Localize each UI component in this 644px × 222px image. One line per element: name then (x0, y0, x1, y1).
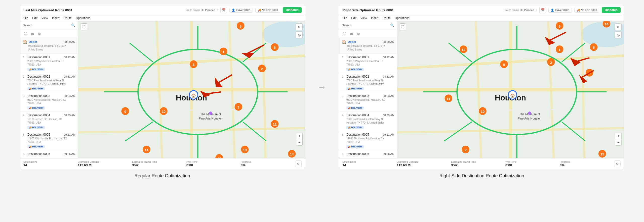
panel-left-title: Last Mile Optimized Route 0001 (23, 8, 183, 12)
calendar-btn-left[interactable]: 📅 (220, 7, 227, 13)
caption-row: Regular Route Optimization Right-Side De… (20, 173, 624, 179)
stop-time-4-right: 08:59 AM (383, 114, 394, 117)
stop-6-left[interactable]: 6 Destination 0005 09:26 AM (20, 150, 78, 158)
menu-view-right[interactable]: View (360, 16, 367, 20)
status-chevron-left[interactable]: ▾ (217, 9, 218, 11)
status-dot-right (520, 9, 522, 11)
driver-badge-right[interactable]: 👤 Driver 0001 (548, 8, 572, 13)
delivery-badge-1-left: 🚚 DELIVERY (27, 68, 45, 71)
search-icon-left: 🔍 (71, 23, 75, 27)
stop-2-right[interactable]: 2 Destination 0002 08:31 AM 7600 East Sa… (339, 73, 397, 92)
stop-4-left[interactable]: 4 Destination 0004 08:59 AM 10196 Jensen… (20, 112, 78, 131)
driver-label-right: Driver 0001 (555, 9, 570, 12)
map-expand-btn-left[interactable]: ⛶ (80, 23, 87, 30)
menu-file-right[interactable]: File (342, 16, 347, 20)
stat-prog-value-right: 0% (560, 163, 565, 167)
svg-text:14: 14 (290, 152, 294, 156)
stop-time-3-right: 08:53 AM (383, 94, 394, 97)
calendar-btn-right[interactable]: 📅 (539, 7, 546, 13)
dispatch-btn-left[interactable]: Dispatch (283, 7, 302, 13)
menu-file-left[interactable]: File (23, 16, 28, 20)
zoom-out-btn-left[interactable]: − (296, 139, 303, 146)
search-bar-left: 🔍 (20, 21, 78, 30)
stat-dist-label-left: Estimated Distance (78, 160, 99, 163)
menu-view-left[interactable]: View (42, 16, 48, 20)
stop-3-right[interactable]: 3 Destination 0003 08:53 AM 9830 Homeste… (339, 92, 397, 112)
svg-text:🏠: 🏠 (510, 93, 515, 98)
stop-2-left[interactable]: 2 Destination 0002 08:31 AM 7600 East Sa… (20, 73, 78, 92)
search-input-right[interactable] (342, 24, 389, 27)
driver-badge-left[interactable]: 👤 Driver 0001 (229, 8, 253, 13)
zoom-in-btn-left[interactable]: + (296, 133, 303, 139)
menu-operations-left[interactable]: Operations (76, 16, 91, 20)
vehicle-label-left: Vehicle 0001 (262, 9, 278, 12)
stats-settings-btn-left[interactable]: ⚙ (295, 160, 302, 167)
menu-insert-right[interactable]: Insert (371, 16, 379, 20)
map-zoom-group-left: + − (296, 133, 303, 146)
dispatch-btn-right[interactable]: Dispatch (602, 7, 621, 13)
panel-right: Right Side Optimized Route 0001 Route St… (339, 5, 624, 169)
stat-dest-label-right: Destinations (342, 160, 356, 163)
menu-insert-left[interactable]: Insert (52, 16, 60, 20)
stop-1-right[interactable]: 1 Destination 0001 08:12 AM 2802 N Waysi… (339, 54, 397, 73)
depot-address-left: 1000 Main St, Houston, TX 77002,United S… (28, 44, 75, 51)
layers-btn-left[interactable]: ⊞ (29, 31, 35, 37)
stop-time-2-right: 08:31 AM (383, 75, 394, 78)
vehicle-badge-right[interactable]: 🚚 Vehicle 0001 (574, 8, 599, 13)
map-area-left[interactable]: Houston The Museum of Fine Arts Houston … (78, 21, 305, 158)
delivery-badge-4-left: 🚚 DELIVERY (27, 126, 45, 129)
map-location-btn-right[interactable]: ◎ (615, 31, 622, 38)
map-toolbar-left: ⚙ ◎ (296, 23, 303, 38)
stop-num-1-right: 1 (342, 56, 345, 59)
stop-4-right[interactable]: 4 Destination 0004 08:59 AM 7600 East Sa… (339, 112, 397, 131)
menu-edit-right[interactable]: Edit (351, 16, 356, 20)
vehicle-badge-left[interactable]: 🚚 Vehicle 0001 (255, 8, 280, 13)
stat-dist-value-left: 112.63 Mi (78, 163, 92, 167)
search-input-left[interactable] (23, 24, 70, 27)
stop-3-left[interactable]: 3 Destination 0003 08:53 AM 9830 Homeste… (20, 92, 78, 112)
stop-5-left[interactable]: 5 Destination 0005 09:11 AM 14905 Old Hu… (20, 131, 78, 150)
vehicle-icon-right: 🚚 (577, 9, 580, 12)
location-btn-left[interactable]: ◎ (36, 31, 43, 37)
stop-num-2-left: 2 (23, 75, 26, 78)
search-bar-right: 🔍 (339, 21, 397, 30)
stop-time-6-left: 09:26 AM (64, 152, 75, 155)
depot-left: 🏠 Depot 08:00 AM 1000 Main St, Houston, … (20, 38, 78, 54)
zoom-out-btn-right[interactable]: − (615, 139, 622, 146)
map-expand-btn-right[interactable]: ⛶ (399, 23, 406, 30)
svg-text:12: 12 (217, 157, 221, 158)
menu-route-right[interactable]: Route (383, 16, 391, 20)
zoom-in-btn-right[interactable]: + (615, 133, 622, 139)
status-chevron-right[interactable]: ▾ (536, 9, 537, 11)
panel-right-title: Right Side Optimized Route 0001 (342, 8, 502, 12)
menu-edit-left[interactable]: Edit (32, 16, 37, 20)
layers-btn-right[interactable]: ⊞ (348, 31, 354, 37)
depot-icon-left: 🏠 (23, 40, 27, 44)
stop-1-left[interactable]: 1 Destination 0001 08:12 AM 2802 N Waysi… (20, 54, 78, 73)
delivery-badge-5-right: 🚚 DELIVERY (346, 145, 364, 148)
stat-wait-value-left: 0:00 (186, 163, 193, 167)
menu-operations-right[interactable]: Operations (395, 16, 410, 20)
stop-addr-2-left: 7600 East Sam Houston Pkwy N,Houston, TX… (27, 79, 75, 86)
map-settings-btn-right[interactable]: ⚙ (615, 23, 622, 30)
stats-settings-btn-right[interactable]: ⚙ (614, 160, 621, 167)
expand-map-btn-left[interactable]: ⛶ (22, 31, 28, 37)
expand-map-btn-right[interactable]: ⛶ (341, 31, 347, 37)
stop-addr-3-right: 9830 Homestead Rd, Houston, TX77016, USA (346, 98, 394, 105)
map-location-btn-left[interactable]: ◎ (296, 31, 303, 38)
stop-name-5-right: Destination 0005 (346, 133, 381, 136)
stat-progress-left: Progress 0% (241, 160, 295, 167)
stop-6-right[interactable]: 6 Destination 0006 09:26 AM (339, 150, 397, 158)
stat-wait-left: Wait Time 0:00 (186, 160, 241, 167)
stop-5-right[interactable]: 5 Destination 0005 09:11 AM 11820 Dickin… (339, 131, 397, 150)
status-planned-right: Planned (524, 9, 534, 12)
svg-text:Fine Arts Houston: Fine Arts Houston (518, 117, 541, 120)
stop-addr-4-right: 7600 East Sam Houston Pkwy N,Houston, TX… (346, 118, 394, 125)
stop-name-4-left: Destination 0004 (27, 114, 62, 117)
menu-route-left[interactable]: Route (64, 16, 72, 20)
location-btn-right[interactable]: ◎ (355, 31, 361, 37)
map-settings-btn-left[interactable]: ⚙ (296, 23, 303, 30)
map-area-right[interactable]: Houston The Museum of Fine Arts Houston … (397, 21, 624, 158)
sidebar-toolbar-left: ⛶ ⊞ ◎ (20, 30, 78, 38)
caption-right: Right-Side Destination Route Optimizatio… (340, 173, 624, 179)
